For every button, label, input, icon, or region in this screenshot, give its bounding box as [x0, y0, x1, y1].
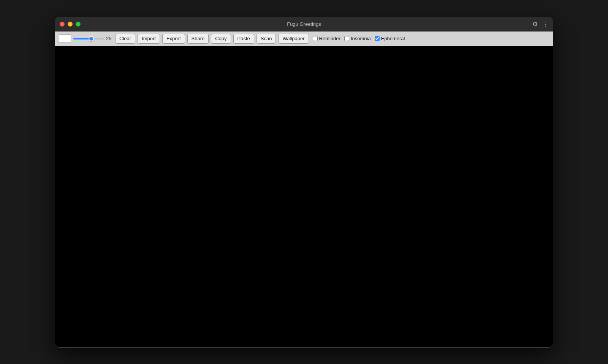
slider-value: 25 [106, 36, 113, 41]
toolbar: 25 Clear Import Export Share Copy Paste … [55, 32, 553, 46]
slider-container: 25 [73, 36, 113, 41]
brush-size-slider[interactable] [73, 38, 104, 39]
traffic-lights [60, 22, 81, 27]
app-window: Fugu Greetings ⚙ ⋮ 25 Clear Import Expor… [55, 17, 553, 347]
ephemeral-label[interactable]: Ephemeral [375, 36, 405, 41]
canvas-area[interactable] [55, 46, 553, 347]
wallpaper-button[interactable]: Wallpaper [278, 34, 309, 44]
titlebar-actions: ⚙ ⋮ [532, 21, 548, 27]
checkbox-group: Reminder Insomnia Ephemeral [313, 36, 405, 41]
insomnia-label[interactable]: Insomnia [344, 36, 371, 41]
clear-button[interactable]: Clear [115, 34, 135, 44]
insomnia-checkbox[interactable] [344, 36, 349, 41]
copy-button[interactable]: Copy [211, 34, 231, 44]
color-swatch[interactable] [59, 35, 71, 43]
plugin-icon[interactable]: ⚙ [532, 21, 538, 27]
reminder-label[interactable]: Reminder [313, 36, 340, 41]
window-title: Fugu Greetings [287, 21, 321, 27]
share-button[interactable]: Share [187, 34, 209, 44]
insomnia-label-text: Insomnia [351, 36, 371, 41]
titlebar: Fugu Greetings ⚙ ⋮ [55, 17, 553, 32]
ephemeral-checkbox[interactable] [375, 36, 380, 41]
menu-icon[interactable]: ⋮ [542, 21, 548, 27]
reminder-checkbox[interactable] [313, 36, 318, 41]
close-button[interactable] [60, 22, 65, 27]
minimize-button[interactable] [68, 22, 73, 27]
scan-button[interactable]: Scan [256, 34, 276, 44]
paste-button[interactable]: Paste [233, 34, 254, 44]
ephemeral-label-text: Ephemeral [381, 36, 405, 41]
reminder-label-text: Reminder [319, 36, 340, 41]
export-button[interactable]: Export [162, 34, 185, 44]
import-button[interactable]: Import [138, 34, 160, 44]
maximize-button[interactable] [76, 22, 81, 27]
